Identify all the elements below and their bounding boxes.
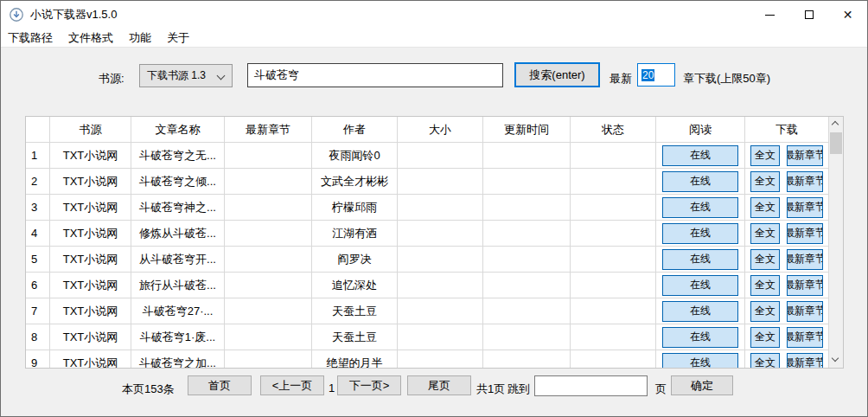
menu-file-format[interactable]: 文件格式 [61,30,121,46]
read-online-button[interactable]: 在线 [662,223,738,244]
latest-chapters-input[interactable]: 20 [637,63,675,87]
scrollbar-thumb[interactable] [830,132,842,154]
row-download-cell: 全文 最新章节 [745,324,828,350]
next-page-button[interactable]: 下一页> [337,375,401,395]
row-updated [483,350,571,368]
read-online-button[interactable]: 在线 [662,249,738,270]
download-full-button[interactable]: 全文 [750,275,780,296]
close-icon[interactable]: ✕ [828,1,867,29]
download-latest-button[interactable]: 最新章节 [787,327,823,348]
row-title: 旅行从斗破苍... [131,273,225,298]
download-latest-button[interactable]: 最新章节 [787,171,823,192]
row-size [398,169,483,195]
row-updated [483,273,571,298]
row-status [571,247,656,273]
row-read-cell: 在线 [656,195,745,221]
row-download-cell: 全文 最新章节 [745,195,828,221]
maximize-icon[interactable] [789,1,828,29]
read-online-button[interactable]: 在线 [662,171,738,192]
search-button[interactable]: 搜索(enter) [514,62,600,87]
window-controls: ✕ [750,1,867,29]
row-source: TXT小说网 [50,350,131,368]
row-latest-chapter [225,324,312,350]
confirm-jump-button[interactable]: 确定 [671,375,733,395]
app-download-icon [9,7,24,22]
download-full-button[interactable]: 全文 [750,223,780,244]
download-full-button[interactable]: 全文 [750,249,780,270]
row-status [571,350,656,368]
read-online-button[interactable]: 在线 [662,197,738,218]
download-full-button[interactable]: 全文 [750,301,780,322]
row-status [571,273,656,298]
row-download-cell: 全文 最新章节 [745,169,828,195]
row-title: 斗破苍穹神之... [131,195,225,221]
download-latest-button[interactable]: 最新章节 [787,223,823,244]
download-full-button[interactable]: 全文 [750,353,780,369]
row-latest-chapter [225,195,312,221]
download-latest-button[interactable]: 最新章节 [787,353,823,369]
latest-label: 最新 [610,71,632,87]
read-online-button[interactable]: 在线 [662,275,738,296]
row-latest-chapter [225,298,312,324]
download-latest-button[interactable]: 最新章节 [787,249,823,270]
row-download-cell: 全文 最新章节 [745,143,828,169]
scroll-down-icon[interactable] [833,356,839,362]
row-title: 修炼从斗破苍... [131,221,225,247]
row-read-cell: 在线 [656,298,745,324]
table-row: 9 TXT小说网 斗破苍穹之加... 绝望的月半 在线 全文 最新章节 [26,350,828,368]
row-status [571,195,656,221]
download-latest-button[interactable]: 最新章节 [787,301,823,322]
first-page-button[interactable]: 首页 [188,375,252,395]
download-latest-button[interactable]: 最新章节 [787,145,823,166]
row-title: 斗破苍穹27·... [131,298,225,324]
row-latest-chapter [225,221,312,247]
table-row: 5 TXT小说网 从斗破苍穹开... 阎罗决 在线 全文 最新章节 [26,247,828,273]
table-scrollbar[interactable] [828,117,843,368]
read-online-button[interactable]: 在线 [662,301,738,322]
row-author: 江湖有酒 [312,221,398,247]
chevron-down-icon [217,72,226,80]
download-full-button[interactable]: 全文 [750,197,780,218]
download-full-button[interactable]: 全文 [750,171,780,192]
search-input[interactable]: 斗破苍穹 [247,63,503,87]
window-title: 小说下载器v1.5.0 [30,7,117,22]
table-row: 7 TXT小说网 斗破苍穹27·... 天蚕土豆 在线 全文 最新章节 [26,298,828,324]
prev-page-button[interactable]: <上一页 [260,375,324,395]
row-latest-chapter [225,247,312,273]
row-updated [483,221,571,247]
row-index: 4 [26,221,50,247]
table-row: 6 TXT小说网 旅行从斗破苍... 追忆深处 在线 全文 最新章节 [26,273,828,298]
download-latest-button[interactable]: 最新章节 [787,197,823,218]
download-full-button[interactable]: 全文 [750,145,780,166]
row-index: 2 [26,169,50,195]
read-online-button[interactable]: 在线 [662,145,738,166]
row-download-cell: 全文 最新章节 [745,221,828,247]
download-full-button[interactable]: 全文 [750,327,780,348]
row-download-cell: 全文 最新章节 [745,298,828,324]
read-online-button[interactable]: 在线 [662,353,738,369]
row-size [398,221,483,247]
selected-text: 20 [641,69,654,81]
total-pages-label: 共1页 [476,382,505,397]
row-latest-chapter [225,143,312,169]
row-source: TXT小说网 [50,195,131,221]
row-index: 9 [26,350,50,368]
jump-page-input[interactable] [534,375,648,396]
row-index: 8 [26,324,50,350]
read-online-button[interactable]: 在线 [662,327,738,348]
menu-about[interactable]: 关于 [159,30,197,46]
download-latest-button[interactable]: 最新章节 [787,275,823,296]
menu-functions[interactable]: 功能 [121,30,159,46]
row-read-cell: 在线 [656,350,745,368]
last-page-button[interactable]: 尾页 [407,375,471,395]
results-table: 书源 文章名称 最新章节 作者 大小 更新时间 状态 阅读 下载 1 TXT小说… [25,116,844,369]
header-title: 文章名称 [131,117,225,143]
table-body: 1 TXT小说网 斗破苍穹之无... 夜雨闻铃0 在线 全文 最新章节 2 TX… [26,143,828,368]
row-index: 6 [26,273,50,298]
row-download-cell: 全文 最新章节 [745,273,828,298]
minimize-icon[interactable] [750,1,789,29]
source-select[interactable]: 下载书源 1.3 [139,64,233,87]
scroll-up-icon[interactable] [833,122,839,129]
menu-download-path[interactable]: 下载路径 [1,30,61,46]
row-size [398,324,483,350]
